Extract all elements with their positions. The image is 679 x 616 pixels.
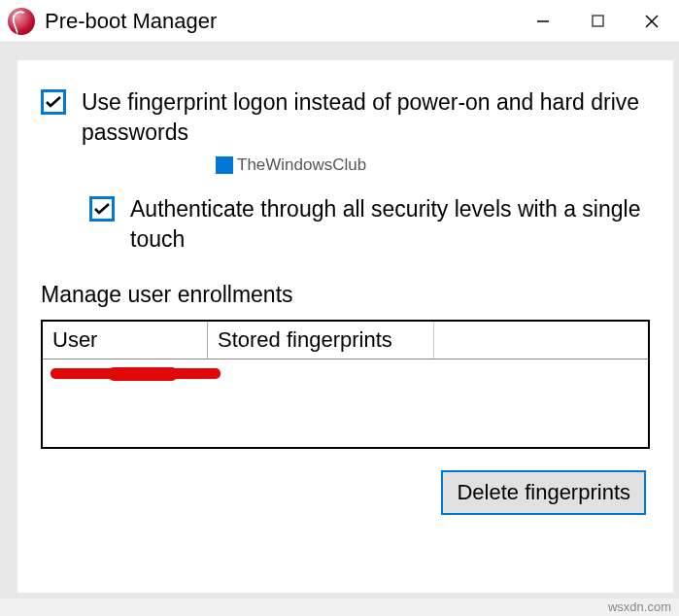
enrollments-table: User Stored fingerprints bbox=[41, 320, 650, 449]
content-wrapper: Use fingerprint logon instead of power-o… bbox=[0, 43, 679, 599]
delete-fingerprints-button[interactable]: Delete fingerprints bbox=[441, 470, 646, 515]
redacted-user-cell bbox=[51, 363, 216, 383]
column-fingerprints[interactable]: Stored fingerprints bbox=[208, 322, 434, 359]
option-fingerprint-logon[interactable]: Use fingerprint logon instead of power-o… bbox=[41, 87, 650, 148]
window-controls bbox=[516, 0, 679, 42]
table-header: User Stored fingerprints bbox=[43, 322, 648, 359]
windows-logo-icon bbox=[216, 156, 233, 174]
maximize-button[interactable] bbox=[570, 0, 625, 43]
app-icon bbox=[8, 8, 35, 35]
watermark-text: TheWindowsClub bbox=[237, 155, 366, 175]
checkbox-auth-all-levels[interactable] bbox=[89, 196, 115, 222]
svg-rect-1 bbox=[593, 16, 603, 26]
minimize-button[interactable] bbox=[516, 0, 570, 43]
button-bar: Delete fingerprints bbox=[41, 470, 650, 515]
option-auth-all-levels[interactable]: Authenticate through all security levels… bbox=[89, 194, 650, 255]
label-fingerprint-logon: Use fingerprint logon instead of power-o… bbox=[82, 87, 650, 148]
checkmark-icon bbox=[94, 203, 110, 215]
label-auth-all-levels: Authenticate through all security levels… bbox=[130, 194, 650, 255]
table-row[interactable] bbox=[43, 359, 648, 387]
content-panel: Use fingerprint logon instead of power-o… bbox=[17, 60, 673, 593]
column-user[interactable]: User bbox=[43, 322, 208, 359]
table-body bbox=[43, 359, 648, 447]
enrollments-label: Manage user enrollments bbox=[41, 282, 650, 308]
close-button[interactable] bbox=[625, 0, 679, 43]
column-spacer bbox=[434, 322, 648, 359]
checkbox-fingerprint-logon[interactable] bbox=[41, 89, 66, 115]
checkmark-icon bbox=[46, 96, 61, 108]
title-bar: Pre-boot Manager bbox=[0, 0, 679, 43]
window-title: Pre-boot Manager bbox=[45, 9, 217, 34]
footer-source: wsxdn.com bbox=[608, 599, 671, 614]
watermark: TheWindowsClub bbox=[216, 155, 650, 175]
